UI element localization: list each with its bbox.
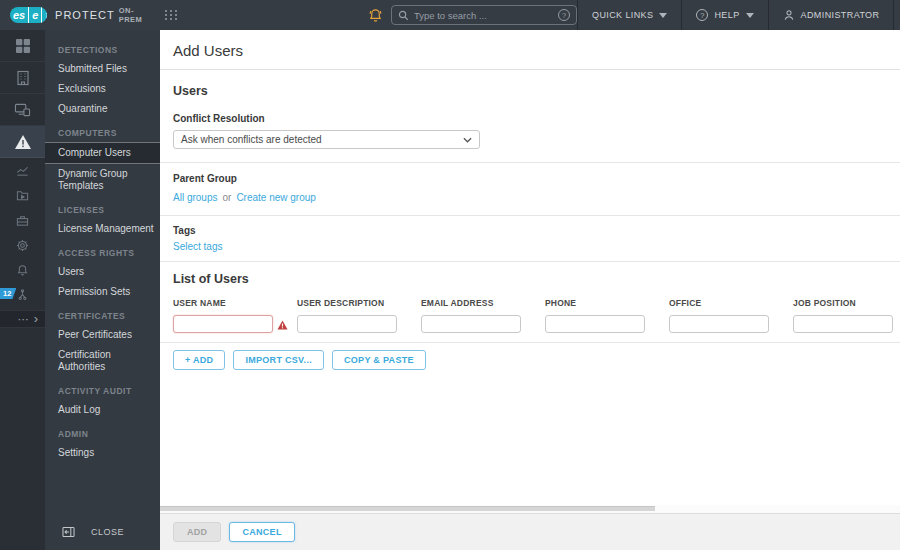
chevron-down-icon (463, 137, 472, 143)
eset-logo-seg: e (28, 7, 41, 23)
action-bar: ADD CANCEL (160, 513, 900, 550)
search-box: ? (391, 5, 577, 25)
list-of-users-heading: List of Users (173, 272, 887, 286)
user-label: ADMINISTRATOR (801, 10, 880, 20)
sidebar-header-licenses: LICENSES (45, 196, 160, 219)
add-button[interactable]: ADD (173, 522, 221, 542)
sidebar-header-activity-audit: ACTIVITY AUDIT (45, 377, 160, 400)
divider (160, 215, 900, 216)
column-header-phone: PHONE (545, 298, 669, 313)
column-header-job-position: JOB POSITION (793, 298, 893, 313)
sidebar-close-label: CLOSE (91, 527, 124, 537)
eset-logo-seg: t (41, 7, 47, 23)
divider (160, 162, 900, 163)
chevron-down-icon (746, 13, 754, 18)
cancel-button[interactable]: CANCEL (229, 522, 294, 542)
horizontal-scrollbar (160, 505, 900, 513)
app-grid-icon[interactable] (165, 10, 178, 20)
sidebar-item-submitted-files[interactable]: Submitted Files (45, 59, 160, 79)
nav-installers-icon[interactable] (0, 208, 45, 233)
top-bar: eset PROTECT ON-PREM ? QUICK LIN (0, 0, 900, 30)
sidebar-header-access-rights: ACCESS RIGHTS (45, 239, 160, 262)
email-address-input[interactable] (421, 315, 521, 333)
chevron-down-icon (659, 13, 667, 18)
nav-policies-icon[interactable] (0, 233, 45, 258)
sidebar: DETECTIONS Submitted Files Exclusions Qu… (45, 30, 160, 550)
user-name-input[interactable] (173, 315, 273, 333)
search-input[interactable] (414, 10, 553, 21)
sidebar-item-computer-users[interactable]: Computer Users (45, 142, 160, 164)
nav-notifications-icon[interactable] (0, 258, 45, 283)
collapse-panel-icon (62, 526, 75, 538)
help-label: HELP (714, 10, 739, 20)
notification-bell-icon[interactable] (368, 8, 383, 23)
quick-links-menu[interactable]: QUICK LINKS (577, 0, 681, 30)
help-menu[interactable]: ? HELP (681, 0, 767, 30)
sidebar-item-users[interactable]: Users (45, 262, 160, 282)
sidebar-header-computers: COMPUTERS (45, 119, 160, 142)
user-menu[interactable]: ADMINISTRATOR (768, 0, 894, 30)
page-title: Add Users (160, 30, 900, 70)
sidebar-item-settings[interactable]: Settings (45, 443, 160, 463)
nav-dashboard-icon[interactable] (0, 30, 45, 62)
conflict-resolution-value: Ask when conflicts are detected (181, 134, 322, 145)
status-badge: 12 (0, 288, 16, 299)
topbar-center: ? (368, 0, 577, 30)
product-name: PROTECT (55, 9, 115, 21)
copy-paste-button[interactable]: COPY & PASTE (332, 350, 426, 370)
nav-detections-icon[interactable] (0, 126, 45, 158)
all-groups-link[interactable]: All groups (173, 192, 217, 203)
sidebar-item-license-management[interactable]: License Management (45, 219, 160, 239)
column-header-email-address: EMAIL ADDRESS (421, 298, 545, 313)
column-header-office: OFFICE (669, 298, 793, 313)
product-edition: ON-PREM (119, 6, 153, 24)
topbar-menu: QUICK LINKS ? HELP ADMINISTRATOR LOGOUT … (577, 0, 900, 30)
select-tags-link[interactable]: Select tags (173, 241, 222, 252)
search-help-icon[interactable]: ? (558, 9, 570, 21)
sidebar-item-audit-log[interactable]: Audit Log (45, 400, 160, 420)
person-icon (783, 9, 795, 21)
rail-expand-button[interactable]: ⋯ › (0, 310, 45, 328)
sidebar-item-permission-sets[interactable]: Permission Sets (45, 282, 160, 302)
sidebar-item-peer-certificates[interactable]: Peer Certificates (45, 325, 160, 345)
conflict-resolution-select[interactable]: Ask when conflicts are detected (173, 130, 480, 149)
job-position-input[interactable] (793, 315, 893, 333)
sidebar-item-quarantine[interactable]: Quarantine (45, 99, 160, 119)
sidebar-close-button[interactable]: CLOSE (45, 520, 160, 544)
sidebar-item-exclusions[interactable]: Exclusions (45, 79, 160, 99)
eset-logo-seg: es (10, 7, 28, 23)
sidebar-item-certification-authorities[interactable]: Certification Authorities (45, 345, 160, 377)
users-table: USER NAME USER DESCRIPTION EMAIL ADDRESS… (173, 298, 887, 333)
chevron-right-icon: › (34, 314, 38, 324)
column-header-user-description: USER DESCRIPTION (297, 298, 421, 313)
help-circle-icon: ? (696, 9, 708, 21)
sidebar-menu: DETECTIONS Submitted Files Exclusions Qu… (45, 30, 160, 550)
sidebar-header-admin: ADMIN (45, 420, 160, 443)
horizontal-scrollbar-thumb[interactable] (160, 506, 655, 511)
logout-button[interactable]: LOGOUT > 59 min (893, 0, 900, 30)
users-section-heading: Users (173, 84, 887, 98)
user-description-input[interactable] (297, 315, 397, 333)
nav-submitted-files-icon[interactable] (0, 62, 45, 94)
office-input[interactable] (669, 315, 769, 333)
column-header-user-name: USER NAME (173, 298, 297, 313)
divider (160, 342, 900, 343)
create-new-group-link[interactable]: Create new group (236, 192, 316, 203)
quick-links-label: QUICK LINKS (592, 10, 653, 20)
form-content: Users Conflict Resolution Ask when confl… (160, 70, 900, 505)
eset-logo: eset (10, 7, 47, 23)
app-window: eset PROTECT ON-PREM ? QUICK LIN (0, 0, 900, 550)
add-row-button[interactable]: + ADD (173, 350, 225, 370)
nav-reports-icon[interactable] (0, 158, 45, 183)
nav-status-overview-icon[interactable]: 12 (0, 283, 45, 308)
tags-label: Tags (173, 225, 887, 236)
search-icon (398, 10, 409, 21)
parent-group-label: Parent Group (173, 173, 887, 184)
more-dots-icon: ⋯ (18, 313, 29, 326)
phone-input[interactable] (545, 315, 645, 333)
nav-tasks-icon[interactable] (0, 183, 45, 208)
divider (160, 261, 900, 262)
sidebar-item-dynamic-group-templates[interactable]: Dynamic Group Templates (45, 164, 160, 196)
import-csv-button[interactable]: IMPORT CSV... (233, 350, 324, 370)
nav-computers-icon[interactable] (0, 94, 45, 126)
